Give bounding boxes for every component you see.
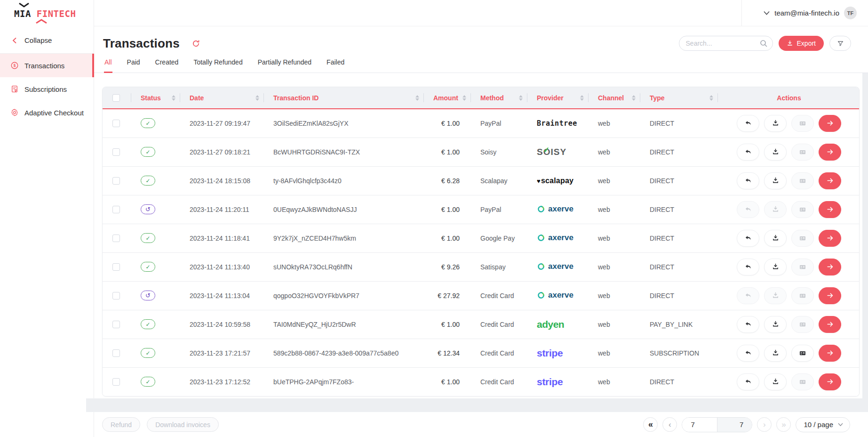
refresh-button[interactable] bbox=[192, 40, 200, 48]
funnel-icon bbox=[837, 40, 844, 47]
select-all-checkbox[interactable] bbox=[112, 94, 120, 102]
open-details-button[interactable] bbox=[819, 259, 841, 275]
row-checkbox[interactable] bbox=[112, 206, 120, 213]
refund-action-button[interactable] bbox=[737, 316, 759, 333]
page-size-value: 10 / page bbox=[804, 421, 833, 429]
row-checkbox[interactable] bbox=[112, 177, 120, 185]
sort-icon[interactable] bbox=[632, 95, 636, 101]
export-button[interactable]: Export bbox=[779, 36, 824, 51]
sidebar-collapse-button[interactable]: Collapse bbox=[0, 27, 94, 54]
download-receipt-button[interactable] bbox=[764, 144, 787, 161]
row-checkbox[interactable] bbox=[112, 292, 120, 299]
refund-action-button[interactable] bbox=[737, 373, 759, 390]
status-icon: ✓ bbox=[145, 149, 150, 155]
sidebar-item-subscriptions[interactable]: Subscriptions bbox=[0, 77, 94, 101]
download-tray-icon bbox=[772, 234, 780, 242]
sidebar-item-adaptive-checkout[interactable]: Adaptive Checkout bbox=[0, 101, 94, 124]
table-row: ↺ 2023-11-24 11:13:04 qogpoO32HGVOYFkbVk… bbox=[103, 281, 860, 310]
braintree-logo: Braintree bbox=[537, 119, 577, 128]
column-transaction-id: Transaction ID bbox=[273, 94, 319, 102]
open-details-button[interactable] bbox=[819, 144, 841, 161]
refund-action-button[interactable] bbox=[737, 345, 759, 362]
export-label: Export bbox=[797, 40, 816, 47]
sidebar-item-transactions[interactable]: $ Transactions bbox=[0, 54, 94, 77]
sidebar-collapse-label: Collapse bbox=[24, 36, 52, 44]
sort-icon[interactable] bbox=[415, 95, 419, 101]
transaction-id: 589c2b88-0867-4239-a3e8-009a77c5a8e0 bbox=[273, 349, 398, 357]
open-details-button[interactable] bbox=[819, 287, 841, 304]
payment-method: Soisy bbox=[480, 148, 496, 156]
sort-icon[interactable] bbox=[519, 95, 523, 101]
table-header-row: Status Date Transaction ID Amount Method… bbox=[103, 87, 860, 109]
open-details-button[interactable] bbox=[819, 172, 841, 189]
column-type: Type bbox=[650, 94, 665, 102]
open-details-button[interactable] bbox=[819, 316, 841, 333]
sort-icon[interactable] bbox=[580, 95, 584, 101]
table-row: ✓ 2023-11-23 17:21:57 589c2b88-0867-4239… bbox=[103, 339, 860, 367]
row-checkbox[interactable] bbox=[112, 321, 120, 328]
refund-action-button[interactable] bbox=[737, 259, 759, 275]
transaction-type: DIRECT bbox=[650, 148, 674, 156]
sort-icon[interactable] bbox=[462, 95, 466, 101]
payment-method: Credit Card bbox=[480, 292, 514, 299]
undo-icon bbox=[744, 320, 752, 328]
open-details-button[interactable] bbox=[819, 115, 841, 132]
payment-method: Credit Card bbox=[480, 321, 514, 328]
previous-page-button[interactable]: ‹ bbox=[662, 417, 677, 432]
coin-dollar-icon: $ bbox=[10, 61, 19, 70]
download-receipt-button[interactable] bbox=[764, 373, 787, 390]
refund-action-button[interactable] bbox=[737, 115, 759, 132]
payment-method: Google Pay bbox=[480, 235, 515, 242]
sort-icon[interactable] bbox=[709, 95, 713, 101]
row-checkbox[interactable] bbox=[112, 349, 120, 357]
gear-icon bbox=[10, 108, 19, 117]
sort-icon[interactable] bbox=[172, 95, 175, 101]
customer-card-button bbox=[791, 172, 814, 189]
refund-action-button[interactable] bbox=[737, 230, 759, 247]
open-details-button[interactable] bbox=[819, 345, 841, 362]
open-details-button[interactable] bbox=[819, 201, 841, 218]
filter-button[interactable] bbox=[829, 36, 851, 51]
tab-failed[interactable]: Failed bbox=[326, 57, 345, 73]
refund-action-button bbox=[737, 201, 759, 218]
tab-totally-refunded[interactable]: Totally Refunded bbox=[193, 57, 243, 73]
tab-all[interactable]: All bbox=[104, 57, 112, 73]
account-email: team@mia-fintech.io bbox=[774, 9, 839, 17]
search-input[interactable] bbox=[679, 36, 773, 51]
id-card-icon bbox=[798, 378, 807, 386]
download-receipt-button[interactable] bbox=[764, 259, 787, 275]
tab-paid[interactable]: Paid bbox=[127, 57, 141, 73]
logo-chevron-down-icon bbox=[19, 3, 29, 8]
open-details-button[interactable] bbox=[819, 373, 841, 390]
next-page-button: › bbox=[757, 417, 772, 432]
last-page-button: » bbox=[776, 417, 791, 432]
refund-action-button[interactable] bbox=[737, 172, 759, 189]
first-page-button[interactable]: « bbox=[643, 417, 658, 432]
download-receipt-button[interactable] bbox=[764, 115, 787, 132]
tab-partially-refunded[interactable]: Partially Refunded bbox=[257, 57, 312, 73]
page-size-select[interactable]: 10 / page bbox=[796, 417, 850, 432]
download-receipt-button[interactable] bbox=[764, 172, 787, 189]
transaction-date: 2023-11-24 11:13:40 bbox=[190, 263, 250, 271]
tab-created[interactable]: Created bbox=[155, 57, 179, 73]
transaction-date: 2023-11-24 11:18:41 bbox=[190, 235, 250, 242]
row-checkbox[interactable] bbox=[112, 263, 120, 271]
open-details-button[interactable] bbox=[819, 230, 841, 247]
row-checkbox[interactable] bbox=[112, 148, 120, 156]
download-receipt-button[interactable] bbox=[764, 230, 787, 247]
download-receipt-button[interactable] bbox=[764, 316, 787, 333]
current-page-input[interactable] bbox=[682, 418, 717, 432]
account-menu[interactable]: team@mia-fintech.io TF bbox=[741, 0, 868, 26]
transaction-amount: € 1.00 bbox=[441, 378, 460, 386]
download-receipt-button[interactable] bbox=[764, 345, 787, 362]
customer-card-button[interactable] bbox=[791, 345, 814, 362]
refund-action-button[interactable] bbox=[737, 144, 759, 161]
row-checkbox[interactable] bbox=[112, 378, 120, 386]
transaction-amount: € 1.00 bbox=[441, 321, 460, 328]
horizontal-scrollbar[interactable] bbox=[86, 398, 868, 412]
channel: web bbox=[598, 120, 610, 127]
sort-icon[interactable] bbox=[255, 95, 259, 101]
row-checkbox[interactable] bbox=[112, 235, 120, 242]
row-checkbox[interactable] bbox=[112, 120, 120, 127]
vertical-scrollbar[interactable] bbox=[862, 73, 868, 412]
